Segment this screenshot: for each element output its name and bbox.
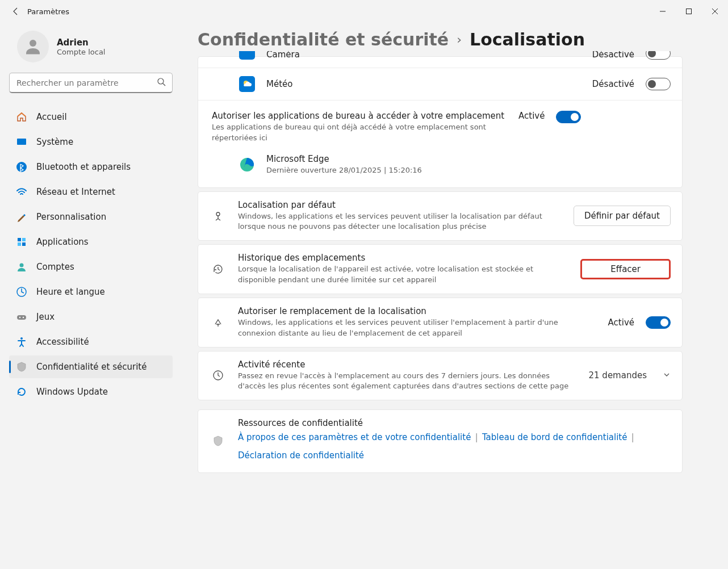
edge-app-icon <box>239 157 255 173</box>
nav-home[interactable]: Accueil <box>9 106 173 128</box>
update-icon <box>16 386 27 398</box>
maximize-button[interactable] <box>676 0 702 23</box>
nav-time-language[interactable]: Heure et langue <box>9 281 173 303</box>
home-icon <box>16 111 27 123</box>
nav-label: Système <box>36 137 73 147</box>
account-type: Compte local <box>57 48 105 56</box>
accounts-icon <box>16 261 27 273</box>
privacy-dashboard-link[interactable]: Tableau de bord de confidentialité <box>482 432 627 442</box>
weather-location-toggle[interactable] <box>646 78 671 90</box>
nav-gaming[interactable]: Jeux <box>9 306 173 328</box>
nav-privacy-security[interactable]: Confidentialité et sécurité <box>9 355 173 378</box>
nav-label: Accessibilité <box>36 337 89 347</box>
accessibility-icon <box>16 336 27 348</box>
nav-apps[interactable]: Applications <box>9 231 173 253</box>
svg-point-1 <box>30 40 36 47</box>
nav-label: Confidentialité et sécurité <box>36 362 147 372</box>
toggle-state: Désactivé <box>592 51 634 60</box>
system-icon <box>16 136 27 148</box>
nav-accessibility[interactable]: Accessibilité <box>9 330 173 353</box>
nav-network[interactable]: Réseau et Internet <box>9 181 173 203</box>
toggle-state: Activé <box>518 111 545 121</box>
setting-subtitle: Passez en revue l'accès à l'emplacement … <box>238 371 578 392</box>
toggle-state: Désactivé <box>592 79 634 89</box>
clock-icon <box>210 369 227 382</box>
nav-personalization[interactable]: Personnalisation <box>9 206 173 228</box>
location-pin-icon <box>210 210 227 222</box>
setting-subtitle: Windows, les applications et les service… <box>238 317 597 339</box>
svg-rect-3 <box>17 139 26 145</box>
user-profile[interactable]: Adrien Compte local <box>17 31 173 62</box>
privacy-settings-link[interactable]: À propos de ces paramètres et de votre c… <box>238 432 471 442</box>
nav-label: Heure et langue <box>36 287 105 297</box>
nav-label: Jeux <box>36 312 55 322</box>
setting-title: Autoriser le remplacement de la localisa… <box>238 306 597 316</box>
location-override-toggle[interactable] <box>646 316 671 329</box>
wifi-icon <box>16 186 27 198</box>
apps-icon <box>16 236 27 248</box>
shield-icon <box>210 435 227 447</box>
request-count: 21 demandes <box>589 370 647 380</box>
clear-history-button[interactable]: Effacer <box>580 259 671 279</box>
chevron-down-icon <box>663 370 671 381</box>
toggle-state: Activé <box>608 317 634 328</box>
nav-label: Bluetooth et appareils <box>36 162 131 172</box>
svg-rect-11 <box>17 315 26 320</box>
nav-label: Réseau et Internet <box>36 187 115 197</box>
bluetooth-icon <box>16 161 27 173</box>
page-title: Localisation <box>470 30 585 49</box>
minimize-button[interactable] <box>650 0 676 23</box>
recent-activity-expander[interactable]: Activité récente Passez en revue l'accès… <box>198 352 682 400</box>
camera-app-icon <box>239 51 255 60</box>
svg-point-12 <box>19 317 20 318</box>
setting-subtitle: Lorsque la localisation de l'appareil es… <box>238 264 569 286</box>
chevron-right-icon: › <box>457 32 462 47</box>
svg-rect-6 <box>22 238 26 241</box>
user-name: Adrien <box>57 37 105 48</box>
svg-point-2 <box>158 78 164 84</box>
svg-point-9 <box>20 263 24 267</box>
nav-label: Windows Update <box>36 387 108 397</box>
setting-title: Localisation par défaut <box>238 200 562 210</box>
search-icon <box>157 77 166 89</box>
avatar-icon <box>17 31 49 62</box>
nav-bluetooth[interactable]: Bluetooth et appareils <box>9 156 173 178</box>
section-title: Ressources de confidentialité <box>238 418 671 428</box>
back-button[interactable] <box>5 0 27 23</box>
svg-rect-8 <box>22 242 26 246</box>
setting-subtitle: Les applications de bureau qui ont déjà … <box>212 122 507 144</box>
close-button[interactable] <box>702 0 728 23</box>
svg-rect-5 <box>18 238 21 241</box>
shield-icon <box>16 361 27 373</box>
breadcrumb: Confidentialité et sécurité › Localisati… <box>198 30 683 49</box>
svg-rect-7 <box>18 242 21 246</box>
setting-title: Historique des emplacements <box>238 253 569 263</box>
setting-title: Activité récente <box>238 359 578 370</box>
nav-system[interactable]: Système <box>9 131 173 153</box>
setting-subtitle: Windows, les applications et les service… <box>238 211 562 233</box>
nav-label: Personnalisation <box>36 212 106 222</box>
search-input[interactable] <box>9 73 173 93</box>
svg-point-14 <box>20 337 23 340</box>
brush-icon <box>16 211 27 223</box>
app-detail: Dernière ouverture 28/01/2025 | 15:20:16 <box>266 165 671 176</box>
app-name: Caméra <box>266 51 581 60</box>
set-default-location-button[interactable]: Définir par défaut <box>574 206 671 226</box>
camera-location-toggle[interactable] <box>646 51 671 60</box>
privacy-statement-link[interactable]: Déclaration de confidentialité <box>238 450 364 461</box>
nav-label: Comptes <box>36 262 74 272</box>
app-name: Météo <box>266 79 581 89</box>
window-title: Paramètres <box>27 7 69 16</box>
desktop-apps-location-toggle[interactable] <box>556 111 581 123</box>
history-icon <box>210 263 227 275</box>
app-name: Microsoft Edge <box>266 154 671 164</box>
nav-windows-update[interactable]: Windows Update <box>9 380 173 403</box>
nav-label: Applications <box>36 237 89 247</box>
nav-label: Accueil <box>36 112 67 122</box>
gamepad-icon <box>16 311 27 323</box>
nav-accounts[interactable]: Comptes <box>9 256 173 278</box>
breadcrumb-parent[interactable]: Confidentialité et sécurité <box>198 30 449 49</box>
clock-globe-icon <box>16 286 27 298</box>
weather-app-icon <box>239 76 255 92</box>
svg-rect-0 <box>687 9 692 14</box>
